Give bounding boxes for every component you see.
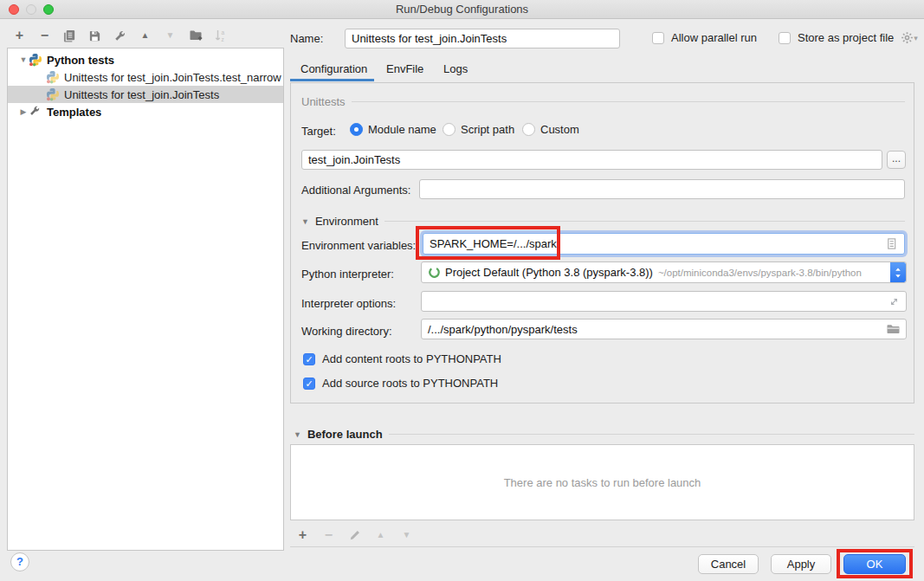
minimize-button xyxy=(26,4,36,15)
active-tab-indicator xyxy=(290,79,374,81)
target-module-input[interactable]: test_join.JoinTests xyxy=(301,150,882,170)
python-test-icon xyxy=(46,70,60,84)
radio-script-path-label: Script path xyxy=(461,123,514,136)
radio-script-path[interactable]: Script path xyxy=(443,123,514,136)
radio-custom-button[interactable] xyxy=(522,123,535,136)
add-source-roots-label: Add source roots to PYTHONPATH xyxy=(322,377,498,390)
folder-icon[interactable] xyxy=(886,322,900,336)
section-divider xyxy=(352,101,905,102)
before-launch-section-title: Before launch xyxy=(307,428,383,441)
additional-arguments-label: Additional Arguments: xyxy=(301,184,410,197)
tree-item-templates[interactable]: ▶ Templates xyxy=(8,103,283,120)
unittests-section-header: Unittests xyxy=(301,95,905,108)
chevron-down-icon[interactable]: ▼ xyxy=(294,430,301,439)
svg-text:a: a xyxy=(221,29,224,36)
tree-item-python-tests[interactable]: ▼ Python tests xyxy=(8,51,283,68)
allow-parallel-run-checkbox-row[interactable]: Allow parallel run xyxy=(652,31,757,44)
radio-module-name-label: Module name xyxy=(368,123,436,136)
help-button[interactable]: ? xyxy=(10,552,29,571)
add-source-roots-checkbox[interactable]: ✓ xyxy=(303,378,315,390)
tree-item-label: Python tests xyxy=(47,54,114,67)
python-interpreter-path: ~/opt/miniconda3/envs/pyspark-3.8/bin/py… xyxy=(658,268,862,278)
working-directory-input[interactable]: /.../spark/python/pyspark/tests xyxy=(421,319,907,339)
tab-envfile[interactable]: EnvFile xyxy=(386,62,423,75)
allow-parallel-run-checkbox[interactable] xyxy=(652,32,664,44)
chevron-down-icon[interactable]: ▼ xyxy=(18,55,29,64)
move-down-icon[interactable]: ▼ xyxy=(163,29,178,43)
python-tests-icon xyxy=(29,53,42,67)
configurations-toolbar: + − ▲ ▼ az xyxy=(12,27,228,44)
add-content-roots-row[interactable]: ✓ Add content roots to PYTHONPATH xyxy=(303,352,501,365)
new-folder-icon[interactable] xyxy=(188,29,203,43)
remove-configuration-button[interactable]: − xyxy=(37,29,52,43)
apply-button[interactable]: Apply xyxy=(771,554,831,574)
radio-custom[interactable]: Custom xyxy=(522,123,579,136)
environment-section-header[interactable]: ▼ Environment xyxy=(301,215,905,228)
window-title: Run/Debug Configurations xyxy=(0,0,924,18)
add-configuration-button[interactable]: + xyxy=(12,29,27,43)
radio-module-name-button[interactable] xyxy=(350,123,363,136)
add-source-roots-row[interactable]: ✓ Add source roots to PYTHONPATH xyxy=(303,377,498,390)
annotation-box-ok xyxy=(837,549,913,578)
store-as-project-file-checkbox[interactable] xyxy=(779,32,791,44)
copy-configuration-icon[interactable] xyxy=(62,29,77,43)
browse-button[interactable]: ... xyxy=(887,151,906,169)
target-label: Target: xyxy=(301,125,336,138)
working-directory-value: /.../spark/python/pyspark/tests xyxy=(428,323,578,336)
tree-item-unittests-jointests-selected[interactable]: Unittests for test_join.JoinTests xyxy=(8,86,283,103)
allow-parallel-run-label: Allow parallel run xyxy=(671,31,757,44)
python-test-icon xyxy=(46,87,60,101)
add-task-button[interactable]: + xyxy=(295,527,310,542)
expand-field-icon[interactable] xyxy=(888,296,900,307)
edit-task-pencil-icon[interactable] xyxy=(347,527,362,542)
configuration-panel: Unittests Target: Module name Script pat… xyxy=(290,82,914,403)
remove-task-button[interactable]: − xyxy=(321,527,336,542)
store-as-project-file-label: Store as project file xyxy=(798,31,894,44)
zoom-button[interactable] xyxy=(43,4,54,15)
select-spinner-icon[interactable] xyxy=(890,262,906,282)
env-vars-list-icon[interactable] xyxy=(885,237,898,250)
interpreter-options-label: Interpreter options: xyxy=(301,297,396,310)
titlebar: Run/Debug Configurations xyxy=(0,0,924,19)
close-button[interactable] xyxy=(9,4,19,15)
conda-env-icon xyxy=(428,266,441,279)
move-up-icon[interactable]: ▲ xyxy=(138,29,152,43)
save-configuration-icon[interactable] xyxy=(87,29,102,43)
before-launch-section-header[interactable]: ▼ Before launch xyxy=(294,428,914,441)
chevron-down-icon[interactable]: ▼ xyxy=(301,217,309,226)
environment-section-title: Environment xyxy=(315,215,378,228)
move-task-down-icon[interactable]: ▼ xyxy=(399,527,414,542)
before-launch-toolbar: + − ▲ ▼ xyxy=(295,527,414,542)
radio-custom-label: Custom xyxy=(540,123,579,136)
interpreter-options-input[interactable] xyxy=(421,291,907,312)
footer-divider xyxy=(290,546,914,547)
environment-variables-label: Environment variables: xyxy=(301,239,416,252)
add-content-roots-checkbox[interactable]: ✓ xyxy=(303,353,315,365)
name-input[interactable]: Unittests for test_join.JoinTests xyxy=(345,29,620,48)
tab-logs[interactable]: Logs xyxy=(443,62,468,75)
radio-module-name[interactable]: Module name xyxy=(350,123,436,136)
gear-icon[interactable]: ▾ xyxy=(901,31,918,44)
cancel-button[interactable]: Cancel xyxy=(698,554,759,574)
python-interpreter-select[interactable]: Project Default (Python 3.8 (pyspark-3.8… xyxy=(421,261,907,283)
python-interpreter-value: Project Default (Python 3.8 (pyspark-3.8… xyxy=(445,266,653,279)
radio-script-path-button[interactable] xyxy=(443,123,456,136)
move-task-up-icon[interactable]: ▲ xyxy=(373,527,388,542)
annotation-box-env-vars xyxy=(416,226,560,260)
tree-item-label: Templates xyxy=(47,106,101,119)
name-label: Name: xyxy=(290,32,323,45)
tree-item-unittests-test-narrow[interactable]: Unittests for test_join.JoinTests.test_n… xyxy=(8,68,283,86)
tree-item-label: Unittests for test_join.JoinTests xyxy=(64,88,219,101)
tab-configuration[interactable]: Configuration xyxy=(300,62,367,75)
section-divider xyxy=(384,221,905,222)
section-divider xyxy=(389,434,914,435)
tree-item-label: Unittests for test_join.JoinTests.test_n… xyxy=(64,71,281,84)
unittests-section-title: Unittests xyxy=(301,95,346,108)
before-launch-task-list: There are no tasks to run before launch xyxy=(290,444,914,520)
store-as-project-file-checkbox-row[interactable]: Store as project file ▾ xyxy=(779,31,918,44)
chevron-right-icon[interactable]: ▶ xyxy=(18,107,29,116)
python-interpreter-label: Python interpreter: xyxy=(301,268,394,281)
sort-configurations-icon[interactable]: az xyxy=(213,29,228,43)
edit-templates-wrench-icon[interactable] xyxy=(113,29,127,43)
additional-arguments-input[interactable] xyxy=(419,179,905,199)
